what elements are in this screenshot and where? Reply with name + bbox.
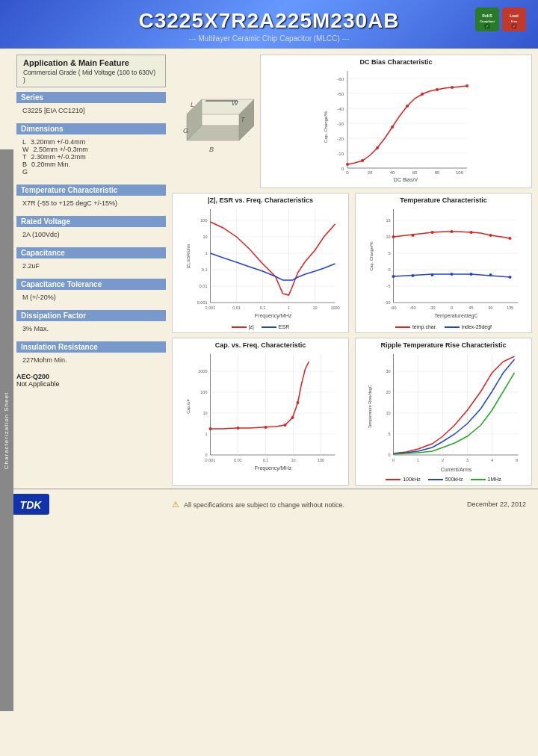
svg-text:20: 20	[386, 390, 390, 394]
svg-text:4: 4	[491, 458, 493, 462]
warning-icon: ⚠	[172, 500, 179, 509]
series-header: Series	[16, 92, 166, 103]
temp-char-value: X7R (-55 to +125 degC +/-15%)	[16, 198, 166, 211]
svg-point-137	[284, 424, 287, 427]
ripple-temp-title: Ripple Temperature Rise Characteristic	[359, 341, 528, 349]
product-image-area: W L T B G	[172, 55, 254, 188]
svg-text:-90: -90	[391, 306, 397, 310]
dimensions-content: L3.20mm +/-0.4mm W2.50mm +/-0.3mm T2.30m…	[16, 137, 166, 180]
svg-text:L: L	[191, 101, 194, 108]
svg-text:-60: -60	[410, 306, 416, 310]
svg-text:135: 135	[507, 306, 513, 310]
svg-text:90: 90	[488, 306, 492, 310]
svg-point-42	[346, 163, 349, 166]
z-legend-color	[232, 326, 247, 328]
svg-text:Cap. Change/%: Cap. Change/%	[324, 111, 328, 143]
specs-column: Application & Main Feature Commercial Gr…	[16, 55, 166, 486]
aec-value: Not Applicable	[16, 380, 166, 388]
impedance-title: |Z|, ESR vs. Freq. Characteristics	[176, 196, 345, 204]
svg-text:100: 100	[200, 218, 207, 223]
cap-tolerance-header: Capacitance Tolerance	[16, 279, 166, 290]
svg-text:100: 100	[200, 390, 207, 394]
svg-point-138	[291, 416, 294, 419]
svg-text:6: 6	[516, 458, 518, 462]
temp-chart-title: Temperature Characteristic	[359, 196, 528, 204]
ripple-legend: 100kHz 500kHz 1MHz	[359, 477, 528, 482]
svg-text:TDK: TDK	[20, 499, 43, 511]
svg-point-110	[489, 273, 492, 276]
svg-text:10: 10	[386, 235, 390, 239]
svg-text:-10: -10	[385, 300, 391, 305]
svg-point-44	[376, 146, 379, 149]
svg-text:1000: 1000	[198, 369, 207, 374]
cap-tolerance-value: M (+/-20%)	[16, 292, 166, 306]
svg-point-100	[431, 231, 434, 234]
svg-text:-30: -30	[430, 306, 436, 310]
svg-text:Frequency/MHz: Frequency/MHz	[255, 313, 292, 319]
impedance-svg: 0.001 0.01 0.1 1 10 100 0.001 0.01 0.1 1…	[176, 205, 345, 321]
svg-point-109	[470, 273, 473, 276]
side-label: Characterization Sheet	[0, 149, 13, 711]
svg-point-106	[412, 274, 415, 277]
svg-text:0: 0	[346, 170, 349, 175]
aec-section: AEC-Q200 Not Applicable	[16, 373, 166, 388]
product-title: C3225X7R2A225M230AB	[15, 9, 523, 33]
svg-point-50	[466, 84, 469, 87]
svg-text:0.01: 0.01	[232, 306, 241, 310]
svg-text:40: 40	[390, 170, 395, 175]
insulation-value: 227Mohm Min.	[16, 355, 166, 368]
svg-point-107	[431, 273, 434, 276]
svg-text:-10: -10	[337, 152, 344, 156]
1m-legend-color	[471, 479, 486, 480]
svg-point-111	[509, 276, 512, 279]
100k-legend-color	[386, 479, 401, 480]
svg-text:0: 0	[388, 453, 390, 457]
series-value: C3225 [EIA CC1210]	[16, 105, 166, 119]
svg-text:-50: -50	[337, 92, 344, 96]
legend-z: |z|	[232, 324, 254, 329]
dissipation-value: 3% Max.	[16, 323, 166, 337]
svg-point-99	[412, 234, 415, 237]
page-header: C3225X7R2A225M230AB --- Multilayer Ceram…	[0, 0, 538, 49]
rated-voltage-header: Rated Voltage	[16, 216, 166, 227]
rohs-badge: RoHS Compliant ✓	[475, 7, 499, 31]
svg-text:0.1: 0.1	[263, 458, 269, 462]
svg-point-101	[451, 230, 454, 233]
svg-text:60: 60	[412, 170, 418, 175]
dimensions-header: Dimensions	[16, 123, 166, 134]
legend-esr: ESR	[262, 324, 289, 329]
insulation-header: Insulation Resistance	[16, 341, 166, 353]
lead-free-badge: Lead Free ✓	[502, 7, 526, 31]
svg-text:2: 2	[442, 458, 444, 462]
temp-chart: Temperature Characteristic 15 10 5	[355, 193, 532, 333]
tdk-branding: TDK	[12, 494, 49, 515]
app-feature-box: Application & Main Feature Commercial Gr…	[16, 55, 166, 87]
svg-text:0.1: 0.1	[202, 267, 208, 272]
svg-text:1: 1	[205, 432, 207, 436]
ripple-temp-chart: Ripple Temperature Rise Characteristic	[355, 338, 532, 486]
tdk-logo-svg: TDK	[12, 494, 49, 515]
dissipation-header: Dissipation Factor	[16, 310, 166, 321]
svg-text:RoHS: RoHS	[482, 13, 492, 18]
svg-point-98	[392, 235, 395, 238]
svg-text:✓: ✓	[486, 24, 489, 28]
svg-text:-40: -40	[337, 107, 344, 111]
svg-text:100: 100	[456, 170, 464, 175]
svg-point-135	[237, 427, 240, 430]
cap-freq-svg: 0 1 10 100 1000 0.001 0.01 0.1 10 100	[176, 350, 345, 474]
page-footer: TDK ⚠ All specifications are subject to …	[0, 489, 538, 519]
svg-point-46	[406, 105, 409, 108]
cap-freq-chart: Cap. vs. Freq. Characteristic	[172, 338, 349, 486]
svg-text:1: 1	[417, 458, 419, 462]
svg-text:1000: 1000	[330, 306, 339, 310]
capacitor-svg: W L T B G	[172, 77, 254, 167]
svg-text:10: 10	[386, 411, 390, 415]
svg-text:Cap. Change/%: Cap. Change/%	[369, 241, 374, 270]
top-row: W L T B G DC Bias Characteristic	[172, 55, 532, 188]
capacitance-value: 2.2uF	[16, 261, 166, 274]
svg-text:DC Bias/V: DC Bias/V	[394, 177, 418, 182]
svg-point-104	[509, 237, 512, 240]
svg-point-49	[451, 86, 454, 89]
svg-text:0.001: 0.001	[205, 458, 216, 462]
svg-point-105	[392, 275, 395, 278]
